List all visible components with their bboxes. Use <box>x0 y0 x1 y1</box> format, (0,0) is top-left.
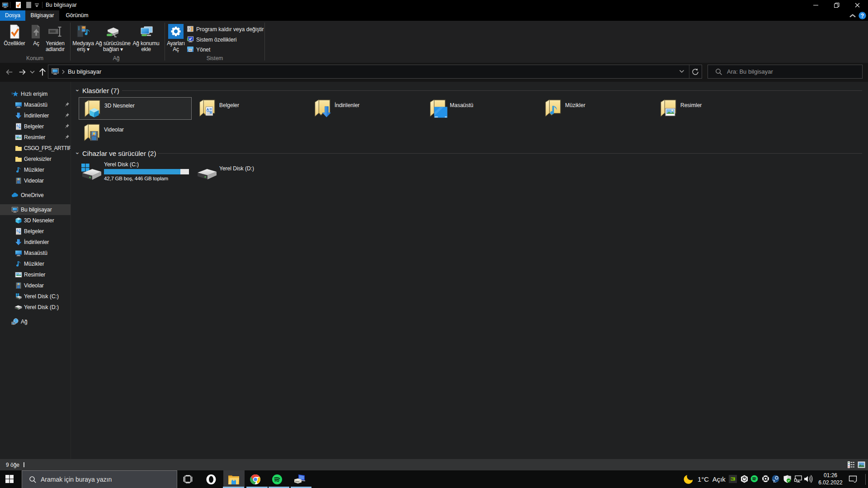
svg-text:?: ? <box>861 13 864 19</box>
